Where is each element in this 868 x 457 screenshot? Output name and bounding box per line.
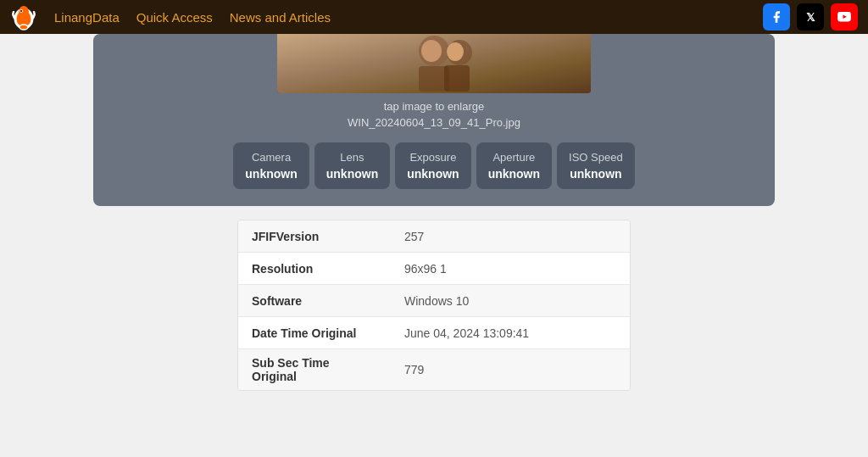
exif-row: Sub Sec Time Original 779 bbox=[238, 349, 630, 390]
exif-value: Windows 10 bbox=[391, 287, 482, 315]
exif-value: 779 bbox=[391, 356, 437, 383]
social-icons: 𝕏 bbox=[763, 3, 858, 31]
meta-badges: Camera unknown Lens unknown Exposure unk… bbox=[216, 142, 651, 189]
tap-hint: tap image to enlarge bbox=[384, 100, 485, 113]
exif-row: JFIFVersion 257 bbox=[238, 220, 630, 253]
main-content: tap image to enlarge WIN_20240604_13_09_… bbox=[0, 34, 868, 391]
badge-value: unknown bbox=[488, 167, 540, 181]
badge-value: unknown bbox=[326, 167, 378, 181]
svg-rect-10 bbox=[444, 65, 470, 92]
badge-label: Camera bbox=[252, 151, 291, 164]
badge-label: ISO Speed bbox=[569, 151, 623, 164]
navbar: LinangData Quick Access News and Article… bbox=[0, 0, 868, 34]
meta-badge-exposure: Exposure unknown bbox=[395, 142, 470, 189]
x-twitter-button[interactable]: 𝕏 bbox=[797, 3, 824, 31]
exif-row: Software Windows 10 bbox=[238, 285, 630, 317]
svg-point-4 bbox=[20, 10, 22, 12]
exif-row: Date Time Original June 04, 2024 13:09:4… bbox=[238, 317, 630, 349]
nav-link-linangdata[interactable]: LinangData bbox=[54, 10, 120, 25]
badge-label: Exposure bbox=[409, 151, 456, 164]
svg-point-12 bbox=[447, 42, 464, 61]
filename: WIN_20240604_13_09_41_Pro.jpg bbox=[348, 116, 520, 129]
svg-point-11 bbox=[421, 40, 442, 62]
badge-value: unknown bbox=[245, 167, 297, 181]
nav-link-news[interactable]: News and Articles bbox=[230, 10, 331, 25]
exif-key: Date Time Original bbox=[238, 320, 391, 347]
youtube-button[interactable] bbox=[831, 3, 858, 31]
meta-badge-lens: Lens unknown bbox=[314, 142, 390, 189]
exif-value: 257 bbox=[391, 223, 437, 250]
badge-value: unknown bbox=[570, 167, 621, 181]
exif-value: June 04, 2024 13:09:41 bbox=[391, 320, 542, 347]
exif-value: 96x96 1 bbox=[391, 255, 460, 282]
meta-badge-aperture: Aperture unknown bbox=[476, 142, 552, 189]
exif-table: JFIFVersion 257 Resolution 96x96 1 Softw… bbox=[237, 220, 631, 391]
exif-row: Resolution 96x96 1 bbox=[238, 253, 630, 285]
exif-key: JFIFVersion bbox=[238, 223, 391, 250]
exif-key: Resolution bbox=[238, 255, 391, 282]
exif-key: Sub Sec Time Original bbox=[238, 349, 391, 390]
svg-point-5 bbox=[19, 25, 28, 30]
meta-badge-iso-speed: ISO Speed unknown bbox=[557, 142, 635, 189]
nav-link-quick-access[interactable]: Quick Access bbox=[136, 10, 213, 25]
logo-icon bbox=[10, 3, 37, 31]
badge-label: Aperture bbox=[492, 151, 535, 164]
exif-key: Software bbox=[238, 287, 391, 315]
facebook-button[interactable] bbox=[763, 3, 790, 31]
image-card: tap image to enlarge WIN_20240604_13_09_… bbox=[93, 34, 775, 206]
image-thumbnail[interactable] bbox=[277, 34, 591, 93]
meta-badge-camera: Camera unknown bbox=[233, 142, 309, 189]
badge-label: Lens bbox=[340, 151, 364, 164]
badge-value: unknown bbox=[407, 167, 459, 181]
